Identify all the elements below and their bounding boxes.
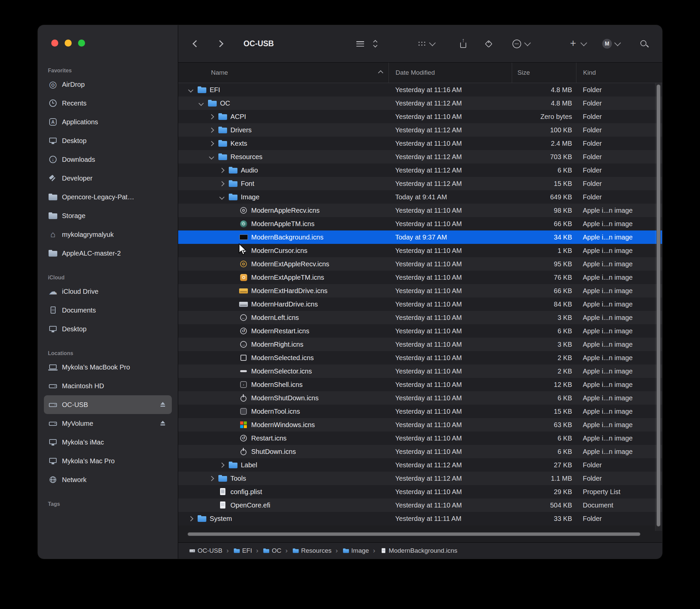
file-row-acpi[interactable]: ACPIYesterday at 11:10 AMZero bytesFolde…	[178, 110, 662, 123]
file-row-resources[interactable]: ResourcesYesterday at 11:12 AM703 KBFold…	[178, 150, 662, 163]
file-row-modernselected-icns[interactable]: ModernSelected.icnsYesterday at 11:10 AM…	[178, 351, 662, 364]
file-row-modernappletm-icns[interactable]: ModernAppleTM.icnsYesterday at 11:10 AM6…	[178, 217, 662, 230]
disclosure-open-icon[interactable]	[207, 152, 216, 161]
view-mode-button[interactable]	[355, 25, 381, 62]
vertical-scrollbar[interactable]	[655, 83, 662, 531]
zoom-button[interactable]	[78, 39, 85, 47]
disclosure-closed-icon[interactable]	[186, 514, 195, 523]
vertical-scrollbar-thumb[interactable]	[657, 84, 661, 527]
file-row-font[interactable]: FontYesterday at 11:12 AM15 KBFolder	[178, 177, 662, 190]
eject-icon[interactable]	[158, 400, 168, 410]
sidebar-item-opencore-legacy-pat[interactable]: Opencore-Legacy-Pat…	[44, 188, 172, 206]
sidebar-item-storage[interactable]: Storage	[44, 206, 172, 225]
more-options-button[interactable]	[512, 25, 530, 62]
file-row-audio[interactable]: AudioYesterday at 11:12 AM6 KBFolder	[178, 163, 662, 177]
file-row-moderntool-icns[interactable]: ModernTool.icnsYesterday at 11:10 AM15 K…	[178, 405, 662, 418]
file-row-modernbackground-icns[interactable]: ModernBackground.icnsToday at 9:37 AM34 …	[178, 230, 662, 244]
file-row-modernharddrive-icns[interactable]: ModernHardDrive.icnsYesterday at 11:10 A…	[178, 297, 662, 311]
disclosure-open-icon[interactable]	[186, 85, 195, 94]
path-item-modernbackground-icns[interactable]: ModernBackground.icns	[380, 546, 457, 556]
sidebar-item-oc-usb[interactable]: OC-USB	[44, 395, 172, 414]
sidebar-item-desktop[interactable]: Desktop	[44, 319, 172, 338]
file-row-modernwindows-icns[interactable]: ModernWindows.icnsYesterday at 11:10 AM6…	[178, 418, 662, 432]
sidebar-item-myvolume[interactable]: MyVolume	[44, 414, 172, 433]
file-row-modernshutdown-icns[interactable]: ModernShutDown.icnsYesterday at 11:10 AM…	[178, 391, 662, 405]
file-row-opencore-efi[interactable]: OpenCore.efiYesterday at 11:10 AM504 KBD…	[178, 499, 662, 512]
file-row-tools[interactable]: ToolsYesterday at 11:12 AM1.1 MBFolder	[178, 472, 662, 485]
disclosure-closed-icon[interactable]	[217, 166, 226, 175]
file-row-modernleft-icns[interactable]: ModernLeft.icnsYesterday at 11:10 AM3 KB…	[178, 311, 662, 324]
file-row-modernextappletm-icns[interactable]: ModernExtAppleTM.icnsYesterday at 11:10 …	[178, 271, 662, 284]
disclosure-closed-icon[interactable]	[217, 460, 226, 469]
sidebar-item-desktop[interactable]: Desktop	[44, 131, 172, 150]
search-button[interactable]	[639, 25, 649, 62]
forward-button[interactable]	[216, 25, 226, 62]
file-row-modernright-icns[interactable]: ModernRight.icnsYesterday at 11:10 AM3 K…	[178, 338, 662, 351]
sidebar-item-airdrop[interactable]: AirDrop	[44, 75, 172, 94]
disclosure-closed-icon[interactable]	[217, 179, 226, 188]
file-row-efi[interactable]: EFIYesterday at 11:16 AM4.8 MBFolder	[178, 83, 662, 97]
sidebar-item-mykolagrymalyuk[interactable]: mykolagrymalyuk	[44, 225, 172, 244]
path-item-oc[interactable]: OC	[262, 546, 281, 556]
file-date: Yesterday at 11:10 AM	[388, 381, 512, 388]
sidebar-item-applications[interactable]: Applications	[44, 112, 172, 131]
file-row-moderncursor-icns[interactable]: ModernCursor.icnsYesterday at 11:10 AM1 …	[178, 244, 662, 257]
file-row-modernextharddrive-icns[interactable]: ModernExtHardDrive.icnsYesterday at 11:1…	[178, 284, 662, 297]
sidebar-item-mykola-s-macbook-pro[interactable]: Mykola’s MacBook Pro	[44, 358, 172, 377]
file-row-system[interactable]: SystemYesterday at 11:11 AM33 KBFolder	[178, 512, 662, 525]
column-header-date-modified[interactable]: Date Modified	[388, 63, 512, 83]
file-row-oc[interactable]: OCYesterday at 11:12 AM4.8 MBFolder	[178, 97, 662, 110]
disclosure-closed-icon[interactable]	[207, 112, 216, 121]
folder-icon	[218, 152, 228, 162]
sidebar-item-downloads[interactable]: Downloads	[44, 150, 172, 169]
file-row-restart-icns[interactable]: Restart.icnsYesterday at 11:10 AM6 KBApp…	[178, 432, 662, 445]
horizontal-scrollbar[interactable]	[178, 532, 655, 537]
back-button[interactable]	[190, 25, 200, 62]
minimize-button[interactable]	[65, 39, 72, 47]
sidebar-item-label: AppleALC-master-2	[62, 249, 121, 257]
close-button[interactable]	[51, 39, 58, 47]
column-header-size[interactable]: Size	[512, 63, 576, 83]
disclosure-closed-icon[interactable]	[207, 139, 216, 148]
file-row-modernapplerecv-icns[interactable]: ModernAppleRecv.icnsYesterday at 11:10 A…	[178, 204, 662, 217]
sidebar-item-mykola-s-mac-pro[interactable]: Mykola’s Mac Pro	[44, 452, 172, 470]
file-row-label[interactable]: LabelYesterday at 11:12 AM27 KBFolder	[178, 458, 662, 472]
column-header-name[interactable]: Name	[178, 63, 388, 83]
sidebar-item-applealc-master-2[interactable]: AppleALC-master-2	[44, 244, 172, 263]
disclosure-closed-icon[interactable]	[207, 126, 216, 134]
group-by-button[interactable]	[417, 25, 435, 62]
disclosure-closed-icon[interactable]	[207, 474, 216, 483]
file-row-image[interactable]: ImageToday at 9:41 AM649 KBFolder	[178, 190, 662, 204]
sidebar-item-developer[interactable]: Developer	[44, 169, 172, 188]
sidebar-item-recents[interactable]: Recents	[44, 94, 172, 112]
disclosure-open-icon[interactable]	[197, 99, 205, 107]
column-header-kind[interactable]: Kind	[576, 63, 662, 83]
share-button[interactable]	[458, 25, 468, 62]
file-row-drivers[interactable]: DriversYesterday at 11:12 AM100 KBFolder	[178, 123, 662, 137]
file-row-config-plist[interactable]: config.plistYesterday at 11:10 AM29 KBPr…	[178, 485, 662, 499]
file-row-modernshell-icns[interactable]: ModernShell.icnsYesterday at 11:10 AM12 …	[178, 378, 662, 391]
path-item-efi[interactable]: EFI	[233, 546, 252, 556]
disclosure-open-icon[interactable]	[217, 193, 226, 201]
tags-button[interactable]	[484, 25, 494, 62]
file-row-modernextapplerecv-icns[interactable]: ModernExtAppleRecv.icnsYesterday at 11:1…	[178, 257, 662, 271]
horizontal-scrollbar-thumb[interactable]	[188, 532, 641, 536]
file-date: Yesterday at 11:10 AM	[388, 502, 512, 509]
file-name: ModernLeft.icns	[251, 314, 299, 321]
sidebar-item-documents[interactable]: Documents	[44, 301, 172, 319]
account-button[interactable]: M	[602, 25, 620, 62]
section-title-favorites: Favorites	[44, 67, 172, 74]
file-row-kexts[interactable]: KextsYesterday at 11:10 AM2.4 MBFolder	[178, 137, 662, 150]
path-item-image[interactable]: Image	[342, 546, 369, 556]
path-item-oc-usb[interactable]: OC-USB	[188, 546, 222, 556]
sidebar-item-network[interactable]: Network	[44, 470, 172, 489]
new-item-button[interactable]	[568, 25, 586, 62]
eject-icon[interactable]	[158, 418, 168, 429]
path-item-resources[interactable]: Resources	[292, 546, 332, 556]
file-row-shutdown-icns[interactable]: ShutDown.icnsYesterday at 11:10 AM6 KBAp…	[178, 445, 662, 458]
sidebar-item-icloud-drive[interactable]: iCloud Drive	[44, 282, 172, 301]
file-row-modernrestart-icns[interactable]: ModernRestart.icnsYesterday at 11:10 AM6…	[178, 324, 662, 338]
file-row-modernselector-icns[interactable]: ModernSelector.icnsYesterday at 11:10 AM…	[178, 364, 662, 378]
sidebar-item-macintosh-hd[interactable]: Macintosh HD	[44, 377, 172, 395]
sidebar-item-mykola-s-imac[interactable]: Mykola’s iMac	[44, 433, 172, 452]
